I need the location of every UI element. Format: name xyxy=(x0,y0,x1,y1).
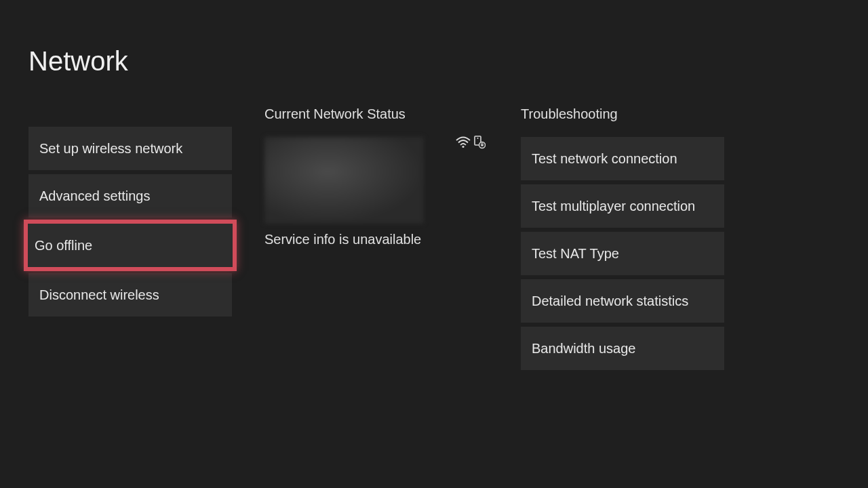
menu-label: Test NAT Type xyxy=(532,246,619,262)
go-offline-button[interactable]: Go offline xyxy=(24,220,237,271)
menu-label: Advanced settings xyxy=(39,188,150,204)
test-nat-type-button[interactable]: Test NAT Type xyxy=(521,232,724,275)
advanced-settings-button[interactable]: Advanced settings xyxy=(28,174,232,218)
menu-label: Detailed network statistics xyxy=(532,293,688,309)
setup-wireless-button[interactable]: Set up wireless network xyxy=(28,127,232,170)
svg-rect-4 xyxy=(481,144,483,146)
status-thumbnail xyxy=(264,137,424,224)
network-status-section: Current Network Status xyxy=(264,106,488,374)
troubleshooting-heading: Troubleshooting xyxy=(521,106,724,122)
menu-label: Test network connection xyxy=(532,151,677,167)
svg-point-0 xyxy=(462,146,464,148)
test-multiplayer-connection-button[interactable]: Test multiplayer connection xyxy=(521,184,724,228)
status-message: Service info is unavailable xyxy=(264,232,488,247)
network-actions-menu: Set up wireless network Advanced setting… xyxy=(28,106,232,374)
console-lock-icon xyxy=(473,136,486,149)
menu-label: Go offline xyxy=(35,238,92,253)
disconnect-wireless-button[interactable]: Disconnect wireless xyxy=(28,273,232,317)
menu-label: Disconnect wireless xyxy=(39,287,159,303)
bandwidth-usage-button[interactable]: Bandwidth usage xyxy=(521,327,724,370)
menu-label: Bandwidth usage xyxy=(532,341,635,357)
wifi-icon xyxy=(456,136,471,148)
svg-point-2 xyxy=(477,138,479,139)
test-network-connection-button[interactable]: Test network connection xyxy=(521,137,724,180)
troubleshooting-section: Troubleshooting Test network connection … xyxy=(521,106,724,374)
menu-label: Test multiplayer connection xyxy=(532,199,695,214)
detailed-network-statistics-button[interactable]: Detailed network statistics xyxy=(521,279,724,323)
status-heading: Current Network Status xyxy=(264,106,488,122)
page-title: Network xyxy=(28,46,840,77)
menu-label: Set up wireless network xyxy=(39,141,182,157)
